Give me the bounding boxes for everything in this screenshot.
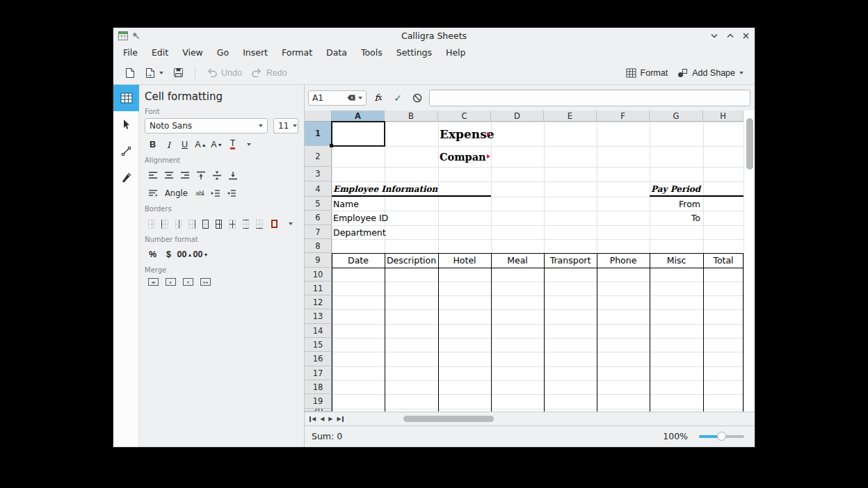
menu-insert[interactable]: Insert [236, 44, 275, 60]
row-header-7[interactable]: 7 [305, 225, 332, 239]
cell-G5[interactable]: From [650, 197, 703, 211]
increase-precision-button[interactable]: 00▲ [177, 247, 193, 261]
cell-C9[interactable]: Hotel [438, 253, 491, 268]
selection-tool-button[interactable] [113, 111, 139, 138]
underline-button[interactable]: U [177, 138, 193, 152]
border-color-chevron-button[interactable] [282, 217, 298, 231]
cell-D9[interactable]: Meal [491, 253, 544, 268]
menu-format[interactable]: Format [275, 44, 319, 60]
zoom-slider-handle[interactable] [717, 432, 726, 441]
row-header-17[interactable]: 17 [305, 366, 332, 380]
zoom-slider[interactable] [699, 435, 744, 438]
column-header-E[interactable]: E [544, 111, 597, 122]
merge-cells-button[interactable]: ◂▸ [148, 278, 159, 286]
row-header-18[interactable]: 18 [305, 380, 332, 394]
align-center-button[interactable] [161, 168, 177, 182]
selection-handle[interactable] [330, 144, 333, 147]
currency-format-button[interactable]: $ [161, 247, 177, 261]
connector-tool-button[interactable] [113, 138, 139, 164]
cell-A4[interactable]: Employee Information [332, 181, 385, 197]
menu-help[interactable]: Help [439, 44, 473, 60]
next-sheet-button[interactable]: ▶ [326, 414, 335, 425]
align-left-button[interactable] [145, 168, 161, 182]
row-header-3[interactable]: 3 [305, 167, 332, 181]
last-sheet-button[interactable]: ▶ [335, 414, 345, 425]
border-inner-vertical-button[interactable] [175, 220, 182, 229]
row-header-4[interactable]: 4 [305, 181, 332, 197]
format-button[interactable]: Format [622, 65, 673, 81]
close-button[interactable] [743, 33, 749, 39]
menu-file[interactable]: File [116, 44, 145, 60]
column-header-G[interactable]: G [650, 111, 703, 122]
minimize-button[interactable] [711, 33, 718, 38]
row-header-15[interactable]: 15 [305, 338, 332, 352]
percent-format-button[interactable]: % [145, 247, 161, 261]
cell-G6[interactable]: To [650, 211, 703, 225]
cell-C2[interactable]: Compan [438, 146, 491, 167]
maximize-button[interactable] [727, 33, 734, 38]
titlebar[interactable]: Calligra Sheets [113, 28, 755, 43]
cell-tool-button[interactable] [113, 85, 139, 111]
cell-E9[interactable]: Transport [544, 253, 597, 268]
increase-indent-button[interactable] [224, 186, 240, 200]
menu-data[interactable]: Data [319, 44, 354, 60]
accept-formula-button[interactable]: ✓ [390, 90, 405, 106]
align-middle-button[interactable] [209, 168, 225, 182]
font-color-button[interactable]: T [225, 138, 241, 152]
formula-wizard-button[interactable]: fx [371, 90, 386, 106]
redo-button[interactable]: Redo [248, 65, 291, 81]
merge-vertical-button[interactable]: ▾ [183, 278, 193, 286]
align-bottom-button[interactable] [225, 168, 241, 182]
row-header-13[interactable]: 13 [305, 309, 332, 324]
border-color-swatch[interactable] [271, 220, 278, 228]
menu-settings[interactable]: Settings [389, 44, 439, 60]
align-right-button[interactable] [177, 168, 193, 182]
cell-G4[interactable]: Pay Period [650, 181, 703, 197]
undo-button[interactable]: Undo [202, 65, 246, 81]
border-all-button[interactable] [216, 220, 222, 229]
cell-H9[interactable]: Total [703, 253, 744, 268]
border-none-button[interactable] [148, 220, 154, 229]
menu-edit[interactable]: Edit [145, 44, 175, 60]
formula-input[interactable] [429, 90, 750, 106]
cell-F9[interactable]: Phone [597, 253, 650, 268]
cell-A5[interactable]: Name [332, 197, 385, 211]
merge-horizontal-button[interactable]: ▸ [166, 278, 176, 286]
row-header-5[interactable]: 5 [305, 197, 332, 211]
bold-button[interactable]: B [145, 138, 161, 152]
cell-B9[interactable]: Description [385, 253, 438, 268]
menu-view[interactable]: View [175, 44, 210, 60]
cell-A9[interactable]: Date [332, 253, 385, 268]
column-header-A[interactable]: A [332, 111, 385, 122]
row-header-16[interactable]: 16 [305, 352, 332, 366]
border-top-bottom-button[interactable] [243, 220, 249, 229]
cell-G9[interactable]: Misc [650, 253, 703, 268]
decrease-indent-button[interactable] [208, 186, 224, 200]
calligraphy-tool-button[interactable] [113, 164, 139, 190]
border-right-button[interactable] [188, 220, 195, 229]
font-family-select[interactable]: Noto Sans [145, 118, 268, 133]
more-font-options-button[interactable] [241, 138, 257, 152]
column-header-F[interactable]: F [597, 111, 650, 122]
horizontal-scrollbar[interactable] [403, 416, 494, 422]
new-document-button[interactable] [120, 65, 139, 81]
row-header-14[interactable]: 14 [305, 324, 332, 338]
dissociate-cells-button[interactable]: ◂ ▸ [200, 278, 211, 286]
border-bottom-button[interactable] [256, 220, 262, 229]
menu-go[interactable]: Go [210, 44, 236, 60]
row-header-8[interactable]: 8 [305, 239, 332, 253]
text-direction-button[interactable] [145, 186, 161, 200]
row-header-1[interactable]: 1 [305, 122, 332, 146]
grid-viewport[interactable]: ExpenseCompanEmployee InformationPay Per… [305, 111, 755, 412]
row-header-10[interactable]: 10 [305, 268, 332, 282]
column-header-C[interactable]: C [438, 111, 491, 122]
add-shape-button[interactable]: Add Shape [673, 65, 748, 81]
first-sheet-button[interactable]: ◀ [307, 414, 318, 425]
grid-corner[interactable] [305, 111, 332, 122]
font-size-select[interactable]: 11 [273, 118, 298, 133]
vertical-scrollbar[interactable] [746, 118, 753, 170]
save-button[interactable] [169, 65, 188, 81]
subscript-button[interactable]: A▼ [209, 138, 225, 152]
decrease-precision-button[interactable]: 00▼ [193, 247, 209, 261]
vertical-text-button[interactable]: ab [192, 186, 208, 200]
